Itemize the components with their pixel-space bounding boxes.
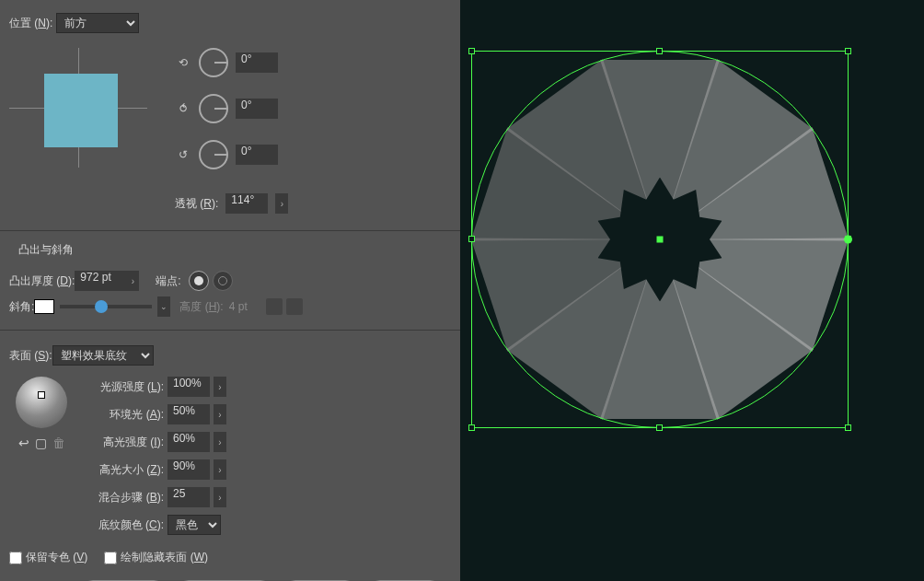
light-handle[interactable]	[38, 391, 45, 399]
perspective-stepper[interactable]: ›	[275, 193, 288, 214]
bevel-out-icon	[286, 298, 303, 315]
canvas-preview[interactable]	[460, 0, 924, 581]
highlight-intensity-label: 高光强度 (I):	[85, 435, 164, 450]
rotate-y-dial[interactable]	[199, 94, 228, 123]
rotate-x-icon: ⟲	[175, 54, 191, 71]
blend-steps-label: 混合步骤 (B):	[85, 490, 164, 505]
center-anchor[interactable]	[657, 237, 664, 243]
blend-steps-input[interactable]: 25	[167, 487, 210, 507]
surface-section: 表面 (S): 塑料效果底纹 ↩ ▢ 🗑 光源强度 (L): 10	[0, 330, 460, 544]
preserve-spot-checkbox[interactable]	[9, 552, 22, 564]
position-label: 位置 (N):	[9, 16, 52, 31]
dialog-buttons: 预览 (P) 贴图 (M)... 较少选项 (O) 确定 重置	[0, 571, 460, 581]
shading-color-select[interactable]: 黑色	[167, 515, 221, 535]
bevel-swatch[interactable]	[34, 299, 54, 314]
surface-select[interactable]: 塑料效果底纹	[52, 345, 154, 366]
light-intensity-stepper[interactable]: ›	[214, 377, 226, 397]
rotate-x-input[interactable]: 0°	[236, 52, 278, 73]
extrude-depth-input[interactable]: 972 pt	[75, 271, 126, 291]
position-section: 位置 (N): 前方 ⟲ 0° ⥀ 0°	[0, 0, 460, 230]
bevel-slider[interactable]	[60, 305, 152, 308]
shading-color-label: 底纹颜色 (C):	[85, 517, 164, 533]
options-panel: 位置 (N): 前方 ⟲ 0° ⥀ 0°	[0, 0, 460, 581]
bevel-height-label: 高度 (H):	[179, 299, 223, 315]
bevel-height-value: 4 pt	[229, 300, 248, 313]
rotate-z-icon: ↺	[175, 146, 191, 163]
highlight-intensity-stepper[interactable]: ›	[214, 432, 226, 452]
bevel-dropdown[interactable]: ⌄	[157, 296, 170, 317]
highlight-size-stepper[interactable]: ›	[214, 459, 226, 480]
rotate-z-input[interactable]: 0°	[236, 145, 278, 165]
highlight-size-input[interactable]: 90%	[167, 459, 210, 480]
light-intensity-label: 光源强度 (L):	[85, 379, 164, 395]
bevel-section: 凸出与斜角 凸出厚度 (D): 972 pt › 端点: 斜角:	[0, 230, 460, 330]
cap-label: 端点:	[156, 273, 180, 289]
light-intensity-input[interactable]: 100%	[167, 377, 210, 397]
highlight-intensity-input[interactable]: 60%	[167, 432, 210, 452]
ambient-label: 环境光 (A):	[85, 407, 164, 423]
ambient-input[interactable]: 50%	[167, 404, 210, 424]
bevel-in-icon	[266, 298, 283, 315]
light-new-icon[interactable]: ▢	[35, 436, 47, 450]
light-sphere[interactable]	[16, 377, 67, 428]
draw-hidden-label: 绘制隐藏表面 (W)	[121, 550, 208, 565]
perspective-input[interactable]: 114°	[225, 193, 268, 214]
cap-on-icon[interactable]	[189, 271, 209, 291]
perspective-label: 透视 (R):	[175, 196, 218, 212]
bevel-label: 斜角:	[9, 299, 34, 315]
light-delete-icon[interactable]: 🗑	[52, 436, 65, 450]
light-back-icon[interactable]: ↩	[18, 436, 29, 450]
bevel-title: 凸出与斜角	[9, 235, 451, 261]
cap-off-icon[interactable]	[213, 271, 233, 291]
extrude-depth-label: 凸出厚度 (D):	[9, 273, 75, 289]
surface-label: 表面 (S):	[9, 348, 52, 364]
draw-hidden-checkbox[interactable]	[104, 552, 117, 564]
preserve-spot-label: 保留专色 (V)	[26, 550, 87, 565]
selection-box[interactable]	[471, 51, 849, 428]
highlight-size-label: 高光大小 (Z):	[85, 462, 164, 478]
ambient-stepper[interactable]: ›	[214, 404, 226, 424]
rotate-y-icon: ⥀	[175, 100, 191, 117]
rotate-z-dial[interactable]	[199, 140, 228, 169]
position-preview-cube[interactable]	[9, 48, 147, 168]
position-select[interactable]: 前方	[56, 13, 139, 33]
rotate-x-dial[interactable]	[199, 48, 228, 77]
extrude-depth-stepper[interactable]: ›	[126, 271, 139, 291]
blend-steps-stepper[interactable]: ›	[214, 487, 226, 507]
right-anchor[interactable]	[844, 236, 852, 244]
rotate-y-input[interactable]: 0°	[236, 99, 278, 119]
